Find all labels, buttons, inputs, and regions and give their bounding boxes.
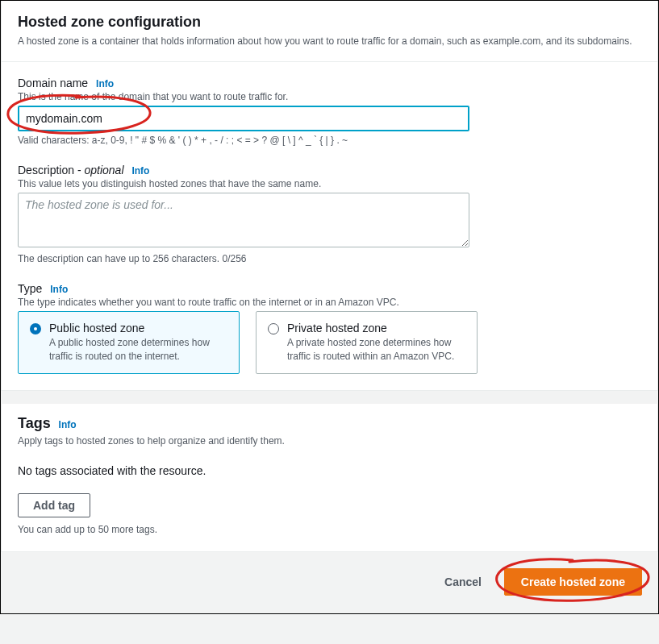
description-hint: The description can have up to 256 chara… — [18, 253, 641, 264]
type-info-link[interactable]: Info — [50, 284, 68, 295]
tags-panel: Tags Info Apply tags to hosted zones to … — [1, 404, 658, 552]
create-hosted-zone-button[interactable]: Create hosted zone — [504, 568, 642, 596]
tags-desc: Apply tags to hosted zones to help organ… — [18, 435, 641, 447]
panel-body: Domain name Info This is the name of the… — [2, 62, 657, 390]
hosted-zone-config-panel: Hosted zone configuration A hosted zone … — [1, 1, 658, 391]
radio-icon — [30, 323, 41, 334]
panel-subtitle: A hosted zone is a container that holds … — [18, 34, 641, 48]
type-private-desc: A private hosted zone determines how tra… — [287, 336, 465, 364]
type-public-desc: A public hosted zone determines how traf… — [49, 336, 227, 364]
domain-name-input[interactable] — [18, 106, 469, 131]
description-desc: This value lets you distinguish hosted z… — [18, 178, 641, 189]
type-field: Type Info The type indicates whether you… — [18, 282, 641, 374]
panel-header: Hosted zone configuration A hosted zone … — [2, 1, 657, 62]
tags-header: Tags Info — [18, 415, 641, 432]
type-option-private[interactable]: Private hosted zone A private hosted zon… — [256, 311, 478, 374]
domain-name-desc: This is the name of the domain that you … — [18, 91, 641, 102]
type-public-title: Public hosted zone — [49, 322, 227, 334]
domain-name-label: Domain name — [18, 77, 88, 89]
description-field: Description - optional Info This value l… — [18, 164, 641, 264]
footer-actions: Cancel Create hosted zone — [1, 552, 658, 613]
type-label: Type — [18, 282, 42, 295]
panel-title: Hosted zone configuration — [18, 14, 641, 31]
tags-title: Tags — [18, 415, 51, 431]
cancel-button[interactable]: Cancel — [430, 571, 496, 593]
description-label: Description - optional — [18, 164, 124, 177]
tags-body: Tags Info Apply tags to hosted zones to … — [2, 404, 657, 551]
tags-hint: You can add up to 50 more tags. — [18, 524, 641, 535]
radio-icon — [268, 323, 279, 334]
domain-name-field: Domain name Info This is the name of the… — [18, 77, 641, 146]
add-tag-button[interactable]: Add tag — [18, 493, 90, 517]
description-textarea[interactable] — [18, 193, 469, 247]
domain-name-hint: Valid characters: a-z, 0-9, ! " # $ % & … — [18, 135, 641, 146]
type-option-public[interactable]: Public hosted zone A public hosted zone … — [18, 311, 240, 374]
type-options-row: Public hosted zone A public hosted zone … — [18, 311, 641, 374]
domain-name-info-link[interactable]: Info — [96, 78, 114, 89]
description-info-link[interactable]: Info — [131, 165, 149, 177]
tags-empty-text: No tags associated with the resource. — [18, 450, 641, 493]
tags-info-link[interactable]: Info — [59, 419, 77, 430]
type-desc: The type indicates whether you want to r… — [18, 297, 641, 308]
type-private-title: Private hosted zone — [287, 322, 465, 334]
